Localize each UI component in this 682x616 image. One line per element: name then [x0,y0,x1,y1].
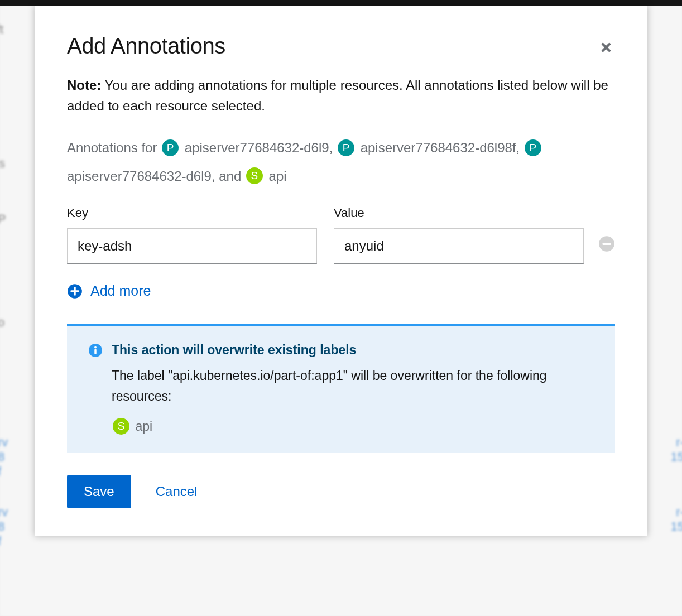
modal-footer: Save Cancel [67,475,615,508]
value-label: Value [334,206,584,220]
pod-badge-icon: P [162,139,179,156]
alert-resources: S api [112,419,598,436]
alert-resource-name: api [135,419,152,434]
annotations-for: Annotations for P apiserver77684632-d6l9… [67,134,615,190]
resource-name: apiserver77684632-d6l98f [361,140,516,155]
svg-rect-1 [603,243,611,245]
annotations-for-label: Annotations for [67,140,157,155]
add-annotations-modal: Add Annotations Note: You are adding ann… [35,6,647,536]
info-circle-icon [88,343,103,358]
save-button[interactable]: Save [67,475,131,508]
cancel-button[interactable]: Cancel [156,484,198,499]
key-group: Key [67,206,317,264]
pod-badge-icon: P [338,139,354,156]
pod-badge-icon: P [525,139,541,156]
value-group: Value [334,206,584,264]
minus-circle-icon [598,235,615,252]
svg-point-6 [94,346,97,348]
resource-name: api [269,169,287,184]
add-more-label: Add more [90,283,151,299]
svg-rect-7 [94,349,96,354]
add-more-button[interactable]: Add more [67,281,151,301]
note-text: Note: You are adding annotations for mul… [67,75,615,116]
close-button[interactable] [597,38,615,59]
svg-rect-4 [70,290,79,292]
alert-header: This action will overwrite existing labe… [88,343,598,358]
key-label: Key [67,206,317,220]
resource-name: apiserver77684632-d6l9 [67,169,212,184]
modal-backdrop: Add Annotations Note: You are adding ann… [0,0,682,616]
alert-body: The label "api.kubernetes.io/part-of:app… [112,365,598,407]
value-input[interactable] [334,228,584,264]
alert-title: This action will overwrite existing labe… [112,343,356,358]
plus-circle-icon [67,283,83,299]
note-body: You are adding annotations for multiple … [67,78,608,113]
annotation-row: Key Value [67,206,615,264]
key-input[interactable] [67,228,317,264]
close-icon [599,41,613,54]
service-badge-icon: S [246,167,263,184]
remove-row-button[interactable] [598,235,615,254]
service-badge-icon: S [113,418,129,435]
modal-header: Add Annotations [67,33,615,59]
note-prefix: Note: [67,78,101,93]
overwrite-alert: This action will overwrite existing labe… [67,324,615,453]
resource-name: apiserver77684632-d6l9 [185,140,329,155]
modal-title: Add Annotations [67,33,225,59]
